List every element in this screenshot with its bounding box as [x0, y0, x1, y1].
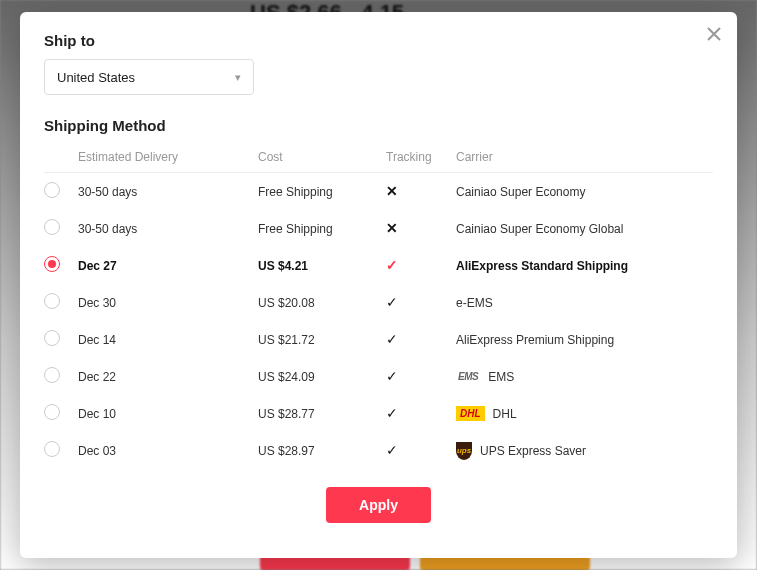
carrier-value: e-EMS: [456, 296, 713, 310]
carrier-value: Cainiao Super Economy Global: [456, 222, 713, 236]
delivery-value: Dec 10: [78, 407, 258, 421]
carrier-value: upsUPS Express Saver: [456, 442, 713, 460]
col-carrier: Carrier: [456, 150, 713, 164]
delivery-value: Dec 22: [78, 370, 258, 384]
carrier-value: DHLDHL: [456, 406, 713, 421]
radio-button[interactable]: [44, 404, 60, 420]
carrier-value: AliExpress Premium Shipping: [456, 333, 713, 347]
shipping-modal: Ship to United States ▾ Shipping Method …: [20, 12, 737, 558]
col-tracking: Tracking: [386, 150, 456, 164]
cost-value: US $24.09: [258, 370, 386, 384]
cost-value: Free Shipping: [258, 222, 386, 236]
delivery-value: Dec 03: [78, 444, 258, 458]
shipping-table: Estimated Delivery Cost Tracking Carrier…: [44, 144, 713, 469]
close-icon[interactable]: [707, 26, 721, 44]
check-icon: ✓: [386, 295, 456, 310]
radio-button[interactable]: [44, 219, 60, 235]
shipping-option-row[interactable]: Dec 03US $28.97✓upsUPS Express Saver: [44, 432, 713, 469]
dhl-logo-icon: DHL: [456, 406, 485, 421]
radio-button[interactable]: [44, 293, 60, 309]
shipping-option-row[interactable]: Dec 22US $24.09✓EMSEMS: [44, 358, 713, 395]
radio-button[interactable]: [44, 256, 60, 272]
shipping-option-row[interactable]: 30-50 daysFree Shipping✕Cainiao Super Ec…: [44, 210, 713, 247]
shipping-option-row[interactable]: 30-50 daysFree Shipping✕Cainiao Super Ec…: [44, 173, 713, 210]
delivery-value: 30-50 days: [78, 222, 258, 236]
shipping-option-row[interactable]: Dec 30US $20.08✓e-EMS: [44, 284, 713, 321]
radio-button[interactable]: [44, 330, 60, 346]
radio-button[interactable]: [44, 441, 60, 457]
check-icon: ✓: [386, 332, 456, 347]
country-select[interactable]: United States ▾: [44, 59, 254, 95]
delivery-value: Dec 14: [78, 333, 258, 347]
shipping-option-row[interactable]: Dec 14US $21.72✓AliExpress Premium Shipp…: [44, 321, 713, 358]
cost-value: US $28.77: [258, 407, 386, 421]
delivery-value: 30-50 days: [78, 185, 258, 199]
shipping-method-label: Shipping Method: [44, 117, 713, 134]
ups-logo-icon: ups: [456, 442, 472, 460]
col-cost: Cost: [258, 150, 386, 164]
carrier-value: AliExpress Standard Shipping: [456, 259, 713, 273]
ship-to-label: Ship to: [44, 32, 713, 49]
x-icon: ✕: [386, 184, 456, 199]
country-value: United States: [57, 70, 135, 85]
check-icon: ✓: [386, 369, 456, 384]
cost-value: US $28.97: [258, 444, 386, 458]
chevron-down-icon: ▾: [235, 71, 241, 84]
cost-value: US $21.72: [258, 333, 386, 347]
radio-button[interactable]: [44, 367, 60, 383]
shipping-option-row[interactable]: Dec 10US $28.77✓DHLDHL: [44, 395, 713, 432]
check-icon: ✓: [386, 258, 456, 273]
shipping-option-row[interactable]: Dec 27US $4.21✓AliExpress Standard Shipp…: [44, 247, 713, 284]
cost-value: US $4.21: [258, 259, 386, 273]
delivery-value: Dec 27: [78, 259, 258, 273]
x-icon: ✕: [386, 221, 456, 236]
cost-value: US $20.08: [258, 296, 386, 310]
radio-button[interactable]: [44, 182, 60, 198]
check-icon: ✓: [386, 406, 456, 421]
carrier-value: Cainiao Super Economy: [456, 185, 713, 199]
table-header: Estimated Delivery Cost Tracking Carrier: [44, 144, 713, 173]
ems-logo-icon: EMS: [456, 370, 480, 383]
carrier-value: EMSEMS: [456, 370, 713, 384]
check-icon: ✓: [386, 443, 456, 458]
col-delivery: Estimated Delivery: [78, 150, 258, 164]
delivery-value: Dec 30: [78, 296, 258, 310]
cost-value: Free Shipping: [258, 185, 386, 199]
apply-button[interactable]: Apply: [326, 487, 431, 523]
